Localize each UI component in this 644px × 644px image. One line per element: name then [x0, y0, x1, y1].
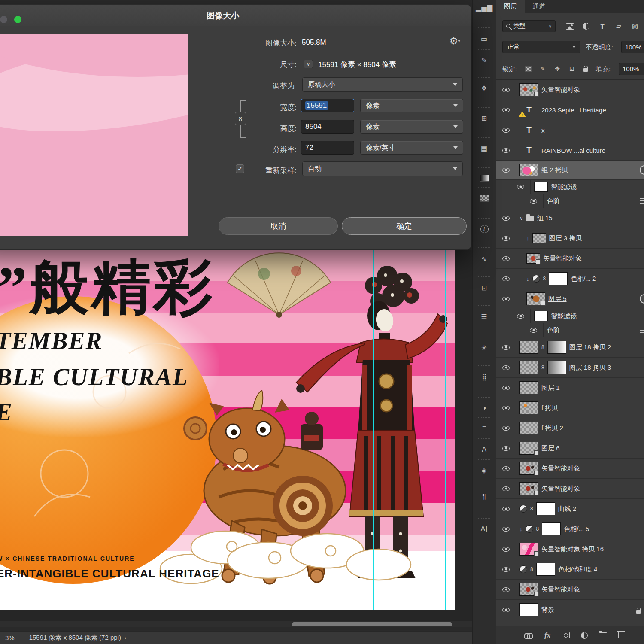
visibility-eye-icon[interactable] — [502, 276, 510, 281]
layer-name[interactable]: x — [541, 127, 545, 134]
layer-thumbnail[interactable] — [519, 442, 538, 455]
layer-mask-thumbnail[interactable] — [536, 563, 555, 576]
glyphs-panel-icon[interactable]: A — [477, 444, 492, 456]
filter-pixel-layers-icon[interactable] — [564, 20, 575, 32]
layer-thumbnail[interactable] — [534, 182, 548, 192]
resolution-input[interactable]: 72 — [301, 141, 354, 155]
visibility-eye-icon[interactable] — [502, 168, 510, 173]
layer-row[interactable]: 8曲线 2 — [496, 499, 644, 519]
layer-name[interactable]: 图层 1 — [541, 384, 560, 392]
layer-row[interactable]: f 拷贝 2 — [496, 418, 644, 438]
blend-mode-select[interactable]: 正常 — [502, 41, 580, 53]
layer-mask-thumbnail[interactable] — [549, 272, 568, 285]
visibility-eye-icon[interactable] — [502, 567, 510, 572]
layer-name[interactable]: 色相/... 5 — [564, 525, 589, 533]
visibility-eye-icon[interactable] — [502, 608, 510, 612]
adjustment-layer-icon[interactable] — [519, 505, 527, 513]
expand-chevron-icon[interactable]: ∨ — [519, 215, 523, 221]
layer-name[interactable]: 智能滤镜 — [551, 183, 577, 191]
opacity-input[interactable]: 100% — [621, 41, 644, 53]
layer-row[interactable]: ↓8色相/... 5 — [496, 519, 644, 539]
layer-name[interactable]: 曲线 2 — [558, 505, 577, 513]
layer-name[interactable]: 组 15 — [537, 214, 553, 222]
layer-thumbnail[interactable] — [519, 401, 538, 414]
add-layer-mask-icon[interactable] — [562, 632, 570, 638]
layer-row[interactable]: TRAINBOW ...al culture — [496, 140, 644, 161]
libraries-panel-icon[interactable]: ▤ — [477, 142, 492, 154]
adjustment-layer-icon[interactable] — [526, 525, 533, 533]
layer-row[interactable]: f 拷贝 — [496, 398, 644, 418]
layer-row[interactable]: 组 2 拷贝 — [496, 161, 644, 180]
status-chevron-icon[interactable]: › — [125, 635, 126, 641]
navigator-panel-icon[interactable]: ✳ — [477, 342, 492, 354]
adjustments-panel-icon[interactable]: ◑ — [477, 402, 492, 414]
layer-thumbnail[interactable] — [519, 341, 538, 354]
layer-comps-panel-icon[interactable]: ⊡ — [477, 282, 492, 294]
layer-name[interactable]: 智能滤镜 — [551, 312, 577, 320]
layer-thumbnail[interactable] — [519, 164, 538, 176]
filter-smart-objects-icon[interactable]: ▨ — [629, 20, 641, 32]
layer-mask-thumbnail[interactable] — [547, 341, 566, 354]
layer-row[interactable]: 图层 5 — [496, 289, 644, 309]
layer-style-fx-icon[interactable]: fx — [544, 631, 550, 640]
visibility-eye-icon[interactable] — [502, 507, 510, 511]
layer-thumbnail[interactable]: T — [519, 124, 538, 137]
layer-thumbnail[interactable] — [519, 603, 538, 616]
horizontal-scrollbar[interactable] — [0, 621, 472, 627]
document-info[interactable]: 15591 像素 x 8504 像素 (72 ppi) — [29, 634, 121, 642]
layer-thumbnail[interactable] — [519, 583, 538, 596]
layer-row[interactable]: 矢量智能对象 — [496, 459, 644, 479]
layer-row[interactable]: 矢量智能对象 拷贝 16 — [496, 539, 644, 559]
layer-name[interactable]: 图层 6 — [541, 444, 560, 453]
tab-layers[interactable]: 图层 — [496, 0, 525, 13]
adjustment-layer-icon[interactable] — [519, 565, 527, 573]
patterns-panel-icon[interactable] — [477, 192, 492, 204]
layer-row[interactable]: 图层 1 — [496, 378, 644, 398]
layer-name[interactable]: 图层 18 拷贝 2 — [569, 343, 611, 352]
ok-button[interactable]: 确定 — [342, 217, 467, 235]
filter-shape-layers-icon[interactable]: ▱ — [613, 20, 624, 32]
visibility-eye-icon[interactable] — [517, 314, 524, 319]
layer-name[interactable]: f 拷贝 — [541, 404, 558, 412]
filter-adjustment-layers-icon[interactable] — [580, 20, 592, 32]
layer-name[interactable]: 图层 3 拷贝 — [549, 234, 582, 243]
layer-thumbnail[interactable]: T! — [519, 103, 538, 116]
visibility-eye-icon[interactable] — [502, 527, 510, 532]
delete-layer-icon[interactable] — [618, 632, 624, 638]
swatches-panel-icon[interactable]: ❖ — [477, 82, 492, 94]
layer-name[interactable]: 矢量智能对象 — [541, 485, 580, 493]
scrollbar-thumb[interactable] — [292, 622, 452, 626]
layer-row[interactable]: 矢量智能对象 — [496, 479, 644, 499]
annotate-panel-icon[interactable]: ✎ — [477, 54, 492, 66]
vertical-guide[interactable] — [445, 250, 446, 610]
visibility-eye-icon[interactable] — [502, 108, 510, 112]
layer-row[interactable]: 智能滤镜 — [496, 180, 644, 194]
visibility-eye-icon[interactable] — [502, 345, 510, 350]
layer-name[interactable]: 矢量智能对象 — [543, 255, 582, 263]
mask-link-icon[interactable]: 8 — [541, 365, 544, 371]
layer-row[interactable]: 矢量智能对象 — [496, 80, 644, 100]
mask-link-icon[interactable]: 8 — [530, 566, 533, 572]
visibility-eye-icon[interactable] — [530, 328, 537, 333]
new-group-icon[interactable] — [599, 632, 607, 638]
zoom-level[interactable]: 3% — [5, 634, 15, 641]
layer-thumbnail[interactable] — [526, 253, 540, 264]
visibility-eye-icon[interactable] — [502, 547, 510, 552]
gradients-panel-icon[interactable] — [477, 172, 492, 184]
layer-name[interactable]: 背景 — [541, 606, 554, 614]
layer-thumbnail[interactable] — [519, 381, 538, 394]
visibility-eye-icon[interactable] — [502, 386, 510, 390]
fit-to-select[interactable]: 原稿大小 — [302, 77, 463, 92]
layer-name[interactable]: RAINBOW ...al culture — [541, 147, 605, 154]
paragraph-panel-icon[interactable]: ¶ — [477, 491, 492, 503]
layer-row[interactable]: T!2023 Septe...l heritage — [496, 100, 644, 120]
lock-all-icon[interactable] — [580, 64, 591, 74]
visibility-eye-icon[interactable] — [502, 297, 510, 301]
3d-panel-icon[interactable]: ◈ — [477, 464, 492, 476]
gear-icon[interactable]: ⚙▾ — [450, 36, 460, 47]
visibility-eye-icon[interactable] — [502, 148, 510, 153]
new-adjustment-layer-icon[interactable] — [581, 632, 588, 639]
brush-settings-panel-icon[interactable]: ☰ — [477, 310, 492, 322]
layer-row[interactable]: 色阶 — [496, 194, 644, 208]
mask-link-icon[interactable]: 8 — [541, 344, 544, 350]
